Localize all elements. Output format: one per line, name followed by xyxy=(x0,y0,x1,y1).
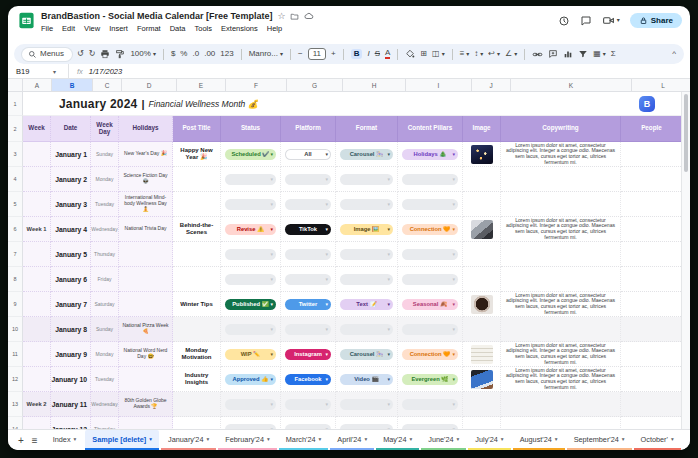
row-header-7[interactable]: 7 xyxy=(8,242,23,267)
increase-decimals-button[interactable]: .00 xyxy=(204,50,215,58)
row-header-1[interactable]: 1 xyxy=(8,92,23,116)
status-dropdown[interactable]: ▾ xyxy=(225,399,276,410)
format-dropdown[interactable]: ▾ xyxy=(340,424,393,430)
status-dropdown[interactable]: ▾ xyxy=(225,249,276,260)
column-header-A[interactable]: A xyxy=(23,79,52,91)
status-dropdown[interactable]: Approved 👍▾ xyxy=(225,374,276,385)
format-dropdown[interactable]: ▾ xyxy=(340,249,393,260)
strikethrough-button[interactable]: S xyxy=(375,50,380,58)
crew-thumbnail[interactable] xyxy=(471,220,493,239)
comment-history-icon[interactable] xyxy=(580,15,592,27)
format-dropdown[interactable]: ▾ xyxy=(340,199,393,210)
menu-data[interactable]: Data xyxy=(170,24,186,33)
format-dropdown[interactable]: ▾ xyxy=(340,274,393,285)
cloud-status-icon[interactable] xyxy=(304,11,314,21)
status-dropdown[interactable]: Scheduled ✔️▾ xyxy=(225,149,276,160)
sheet-tab-october-[interactable]: October'▾ xyxy=(634,430,681,450)
format-dropdown[interactable]: ▾ xyxy=(340,399,393,410)
format-dropdown[interactable]: Carousel 🎠▾ xyxy=(340,349,393,360)
row-header-14[interactable]: 14 xyxy=(8,417,23,429)
paint-format-button[interactable] xyxy=(115,49,125,59)
zoom-select-button[interactable]: 100%▾ xyxy=(130,50,155,58)
text-rotation-button[interactable]: ∠▾ xyxy=(505,50,517,58)
column-header-B[interactable]: B xyxy=(52,79,93,91)
more-formats-button[interactable]: 123 xyxy=(220,50,233,58)
sheet-tab-july-24[interactable]: July'24▾ xyxy=(468,430,510,450)
status-dropdown[interactable]: ▾ xyxy=(225,324,276,335)
insert-comment-button[interactable] xyxy=(548,49,558,59)
sheet-tab-index[interactable]: Index▾ xyxy=(46,430,84,450)
sheet-tab-august-24[interactable]: August'24▾ xyxy=(513,430,565,450)
decrease-font-size-button[interactable]: − xyxy=(298,50,303,58)
font-size-button[interactable]: 11 xyxy=(308,48,326,60)
functions-button[interactable]: Σ xyxy=(611,50,616,58)
coffee-thumbnail[interactable] xyxy=(471,295,493,314)
status-dropdown[interactable]: ▾ xyxy=(225,424,276,430)
pillar-dropdown[interactable]: Connection 🧡▾ xyxy=(402,349,458,360)
collapse-toolbar-button[interactable]: ^ xyxy=(672,50,676,58)
row-header-4[interactable]: 4 xyxy=(8,167,23,192)
column-header-F[interactable]: F xyxy=(226,79,287,91)
platform-dropdown[interactable]: ▾ xyxy=(285,424,331,430)
google-sheets-icon[interactable] xyxy=(18,12,35,29)
column-header-D[interactable]: D xyxy=(122,79,177,91)
sheet-tab-january-24[interactable]: January'24▾ xyxy=(161,430,216,450)
print-button[interactable] xyxy=(100,49,110,59)
pillar-dropdown[interactable]: Connection 🧡▾ xyxy=(402,224,458,235)
sketch-thumbnail[interactable] xyxy=(471,345,493,364)
pillar-dropdown[interactable]: ▾ xyxy=(402,324,458,335)
add-sheet-button[interactable]: + xyxy=(18,435,24,446)
menu-file[interactable]: File xyxy=(41,24,53,33)
search-menus-button[interactable]: Menus xyxy=(22,48,72,61)
platform-dropdown[interactable]: All▾ xyxy=(285,149,331,160)
star-icon[interactable]: ☆ xyxy=(277,12,285,21)
menu-view[interactable]: View xyxy=(84,24,100,33)
platform-dropdown[interactable]: ▾ xyxy=(285,324,331,335)
all-sheets-button[interactable]: ≡ xyxy=(32,435,38,446)
column-header-G[interactable]: G xyxy=(287,79,343,91)
column-header-K[interactable]: K xyxy=(511,79,632,91)
platform-dropdown[interactable]: ▾ xyxy=(285,399,331,410)
borders-button[interactable]: ⊞ xyxy=(420,50,427,58)
column-header-L[interactable]: L xyxy=(632,79,690,91)
text-color-button[interactable]: A xyxy=(385,49,390,59)
pillar-dropdown[interactable]: Evergreen 🌿▾ xyxy=(402,374,458,385)
insert-link-button[interactable] xyxy=(532,49,543,60)
platform-dropdown[interactable]: Instagram▾ xyxy=(285,349,331,360)
undo-button[interactable]: ↺ xyxy=(77,50,84,58)
insert-chart-button[interactable] xyxy=(563,49,573,59)
sheet-tab-sample-delete-[interactable]: Sample [delete]▾ xyxy=(85,430,159,450)
menu-help[interactable]: Help xyxy=(267,24,282,33)
platform-dropdown[interactable]: ▾ xyxy=(285,274,331,285)
formula-input[interactable]: 1/17/2023 xyxy=(89,67,122,76)
platform-dropdown[interactable]: TikTok▾ xyxy=(285,224,331,235)
row-header-2[interactable]: 2 xyxy=(8,116,23,142)
meet-video-icon[interactable]: ▾ xyxy=(602,14,620,27)
platform-dropdown[interactable]: Facebook▾ xyxy=(285,374,331,385)
decrease-decimals-button[interactable]: .0 xyxy=(192,50,199,58)
platform-dropdown[interactable]: ▾ xyxy=(285,249,331,260)
format-currency-button[interactable]: $ xyxy=(171,50,175,58)
menu-extensions[interactable]: Extensions xyxy=(221,24,258,33)
merge-cells-button[interactable]: ◫▾ xyxy=(432,50,445,58)
scrollbar-thumb[interactable] xyxy=(684,94,688,172)
pillar-dropdown[interactable]: ▾ xyxy=(402,199,458,210)
menu-edit[interactable]: Edit xyxy=(62,24,75,33)
select-all-corner[interactable] xyxy=(8,79,23,91)
row-header-3[interactable]: 3 xyxy=(8,142,23,167)
vertical-align-button[interactable]: ↕▾ xyxy=(474,50,483,58)
format-dropdown[interactable]: ▾ xyxy=(340,174,393,185)
sheet-tab-february-24[interactable]: February'24▾ xyxy=(218,430,276,450)
column-header-E[interactable]: E xyxy=(177,79,226,91)
vertical-scrollbar[interactable] xyxy=(681,92,690,429)
doc-title[interactable]: BrandBastion - Social Media Calendar [Fr… xyxy=(41,11,272,21)
status-dropdown[interactable]: Revise ⚠️▾ xyxy=(225,224,276,235)
platform-dropdown[interactable]: ▾ xyxy=(285,199,331,210)
status-dropdown[interactable]: ▾ xyxy=(225,274,276,285)
row-header-9[interactable]: 9 xyxy=(8,292,23,317)
horizontal-align-button[interactable]: ≡▾ xyxy=(460,50,470,58)
format-percent-button[interactable]: % xyxy=(180,50,187,58)
column-header-C[interactable]: C xyxy=(93,79,122,91)
row-header-11[interactable]: 11 xyxy=(8,342,23,367)
fireworks-thumbnail[interactable] xyxy=(471,145,493,164)
